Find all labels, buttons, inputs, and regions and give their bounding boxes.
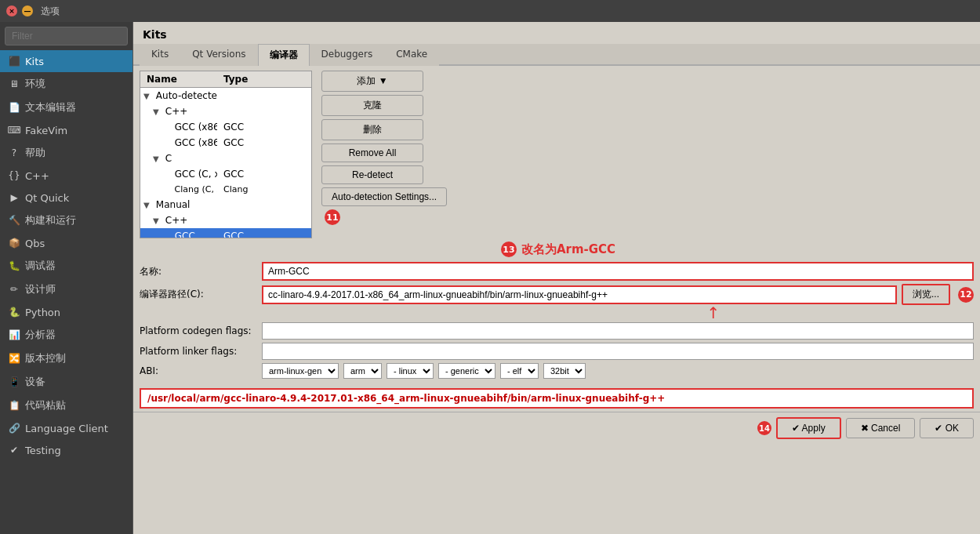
delete-button[interactable]: 删除 (321, 119, 423, 140)
sidebar-item-label: 调试器 (25, 259, 56, 273)
tree-row[interactable]: ▼ C++ (140, 213, 311, 228)
name-column-header: Name (140, 74, 217, 85)
rename-text: 改名为Arm-GCC (521, 242, 615, 257)
abi-select-5[interactable]: - elf (500, 363, 539, 379)
form-section: 名称: 编译器路径(C): 浏览... 12 ↑ Platform codege… (133, 259, 980, 385)
qt-quick-icon: ▶ (8, 191, 20, 204)
sidebar-item-label: Python (25, 307, 60, 318)
cancel-button[interactable]: ✖ Cancel (846, 418, 916, 438)
sidebar-item-qt-quick[interactable]: ▶ Qt Quick (0, 187, 132, 209)
middle-area: Name Type ▼ Auto-detected ▼ C++ (133, 66, 980, 238)
abi-select-4[interactable]: - generic (438, 363, 495, 379)
path-row: 编译器路径(C): 浏览... 12 (140, 284, 974, 305)
annotation-13: 13 (501, 242, 517, 257)
tree-row[interactable]: ▼ C++ (140, 104, 311, 119)
tree-row[interactable]: GCC (C, x86 64bit in /usr/bin) GCC (140, 166, 311, 182)
abi-label: ABI: (140, 365, 257, 376)
tree-row[interactable]: ▼ Manual (140, 197, 311, 213)
add-button[interactable]: 添加 ▼ (321, 71, 423, 92)
sidebar-item-help[interactable]: ? 帮助 (0, 141, 132, 165)
sidebar: ⬛ Kits 🖥 环境 📄 文本编辑器 ⌨ FakeVim ? 帮助 (0, 22, 133, 534)
debugger-icon: 🐛 (8, 260, 20, 272)
devices-icon: 📱 (8, 376, 20, 388)
abi-row: ABI: arm-linux-gen arm - linux - generic (140, 363, 974, 379)
panel-title: Kits (133, 22, 980, 44)
abi-select-2[interactable]: arm (343, 363, 382, 379)
sidebar-list: ⬛ Kits 🖥 环境 📄 文本编辑器 ⌨ FakeVim ? 帮助 (0, 50, 132, 534)
tree-row[interactable]: GCC (x86 32bit in /usr/bin) GCC (140, 135, 311, 151)
annotation-11: 11 (325, 209, 340, 225)
sidebar-item-testing[interactable]: ✔ Testing (0, 439, 132, 461)
sidebar-item-label: 环境 (25, 77, 45, 91)
sidebar-item-devices[interactable]: 📱 设备 (0, 370, 132, 394)
close-button[interactable]: × (6, 5, 17, 16)
tree-row[interactable]: Clang (C, x86 64bit in /opt/Qt5.12.9/Too… (140, 182, 311, 197)
tree-header: Name Type (140, 71, 311, 88)
sidebar-item-label: Language Client (25, 423, 108, 434)
browse-button[interactable]: 浏览... (902, 284, 950, 305)
tree-row[interactable]: ▼ Auto-detected (140, 88, 311, 104)
sidebar-item-version-control[interactable]: 🔀 版本控制 (0, 347, 132, 370)
sidebar-item-env[interactable]: 🖥 环境 (0, 72, 132, 96)
auto-detection-button[interactable]: Auto-detection Settings... (321, 187, 447, 206)
build-icon: 🔨 (8, 214, 20, 227)
bottom-bar: 14 ✔ Apply ✖ Cancel ✔ OK (133, 412, 980, 444)
arrow-annotation: ↑ (453, 305, 974, 321)
sidebar-item-python[interactable]: 🐍 Python (0, 301, 132, 323)
compiler-path-input[interactable] (262, 285, 897, 304)
sidebar-item-cpp[interactable]: {} C++ (0, 165, 132, 187)
platform-codegen-input[interactable] (262, 322, 974, 340)
tab-debuggers[interactable]: Debuggers (310, 44, 385, 66)
platform-linker-input[interactable] (262, 343, 974, 360)
abi-select-6[interactable]: 32bit (543, 363, 586, 379)
minimize-button[interactable]: — (22, 5, 33, 16)
clipboard-icon: 📋 (8, 399, 20, 412)
name-input[interactable] (262, 262, 974, 281)
sidebar-item-debugger[interactable]: 🐛 调试器 (0, 254, 132, 278)
sidebar-item-label: 代码粘贴 (25, 398, 66, 412)
annotation-12: 12 (958, 287, 974, 303)
remove-all-button[interactable]: Remove All (321, 143, 423, 162)
tree-row[interactable]: GCC (x86 64bit in /usr/bin) GCC (140, 119, 311, 135)
titlebar: × — 选项 (0, 0, 980, 22)
analyzer-icon: 📊 (8, 329, 20, 341)
sidebar-item-analyzer[interactable]: 📊 分析器 (0, 323, 132, 347)
sidebar-item-language-client[interactable]: 🔗 Language Client (0, 417, 132, 439)
tab-cmake[interactable]: CMake (384, 44, 439, 66)
sidebar-item-fakevim[interactable]: ⌨ FakeVim (0, 119, 132, 141)
abi-select-3[interactable]: - linux (387, 363, 434, 379)
sidebar-item-label: 分析器 (25, 328, 56, 342)
apply-button[interactable]: ✔ Apply (776, 417, 841, 439)
platform-linker-label: Platform linker flags: (140, 346, 257, 357)
filter-input[interactable] (5, 27, 128, 45)
fakevim-icon: ⌨ (8, 124, 20, 136)
qbs-icon: 📦 (8, 237, 20, 249)
env-icon: 🖥 (8, 78, 20, 90)
sidebar-item-kits[interactable]: ⬛ Kits (0, 50, 132, 72)
sidebar-item-qbs[interactable]: 📦 Qbs (0, 232, 132, 254)
sidebar-item-label: 文本编辑器 (25, 100, 76, 114)
ok-button[interactable]: ✔ OK (920, 418, 974, 438)
sidebar-item-build-run[interactable]: 🔨 构建和运行 (0, 209, 132, 232)
python-icon: 🐍 (8, 306, 20, 318)
sidebar-item-clipboard[interactable]: 📋 代码粘贴 (0, 394, 132, 417)
text-editor-icon: 📄 (8, 101, 20, 114)
clone-button[interactable]: 克隆 (321, 95, 423, 116)
sidebar-item-label: FakeVim (25, 125, 67, 136)
help-icon: ? (8, 147, 20, 159)
abi-select-1[interactable]: arm-linux-gen (262, 363, 339, 379)
compiler-tree: Name Type ▼ Auto-detected ▼ C++ (140, 71, 312, 238)
tree-row-selected[interactable]: GCC GCC (140, 228, 311, 238)
tabs-bar: Kits Qt Versions 编译器 Debuggers CMake (133, 44, 980, 66)
window-title: 选项 (41, 5, 60, 18)
sidebar-item-designer[interactable]: ✏ 设计师 (0, 278, 132, 301)
tab-compilers[interactable]: 编译器 (258, 44, 310, 66)
version-control-icon: 🔀 (8, 352, 20, 365)
tab-kits[interactable]: Kits (140, 44, 180, 66)
path-annotation: /usr/local/arm/gcc-linaro-4.9.4-2017.01-… (140, 388, 974, 409)
sidebar-item-label: Testing (25, 445, 61, 456)
sidebar-item-text-editor[interactable]: 📄 文本编辑器 (0, 96, 132, 119)
tree-row[interactable]: ▼ C (140, 151, 311, 166)
tab-qt-versions[interactable]: Qt Versions (180, 44, 257, 66)
re-detect-button[interactable]: Re-detect (321, 165, 423, 184)
